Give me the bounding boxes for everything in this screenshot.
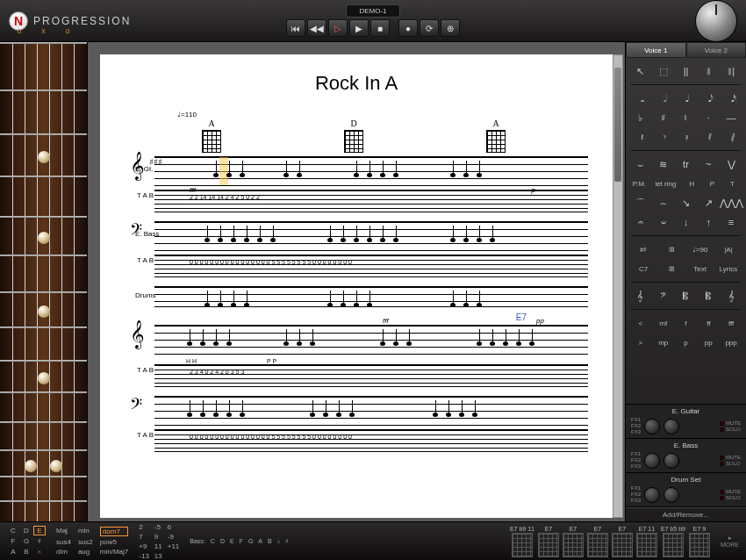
volume-knob[interactable] xyxy=(664,487,679,503)
root-note-button[interactable]: ♭ xyxy=(33,547,46,556)
palette-symbol-button[interactable]: 𝄡 xyxy=(699,288,717,304)
notation-staff[interactable]: 𝄞 fff pp xyxy=(154,325,588,355)
palette-symbol-button[interactable]: ♭ xyxy=(632,110,649,126)
palette-symbol-button[interactable]: 𝄞 xyxy=(722,288,740,304)
fx-slot[interactable]: FX1 xyxy=(631,451,641,457)
chord-voicing-button[interactable]: E7 xyxy=(612,526,633,557)
tension-button[interactable]: 6 xyxy=(168,523,180,531)
fx-slot[interactable]: FX2 xyxy=(631,492,641,498)
palette-symbol-button[interactable]: Lyrics xyxy=(720,261,737,276)
loop-button[interactable]: ⟳ xyxy=(420,19,439,37)
palette-symbol-button[interactable]: fff xyxy=(722,315,740,331)
fx-slot[interactable]: FX1 xyxy=(631,417,641,423)
chord-quality-button[interactable]: sus2 xyxy=(78,538,93,546)
chord-quality-button[interactable]: Maj xyxy=(56,527,71,536)
pan-knob[interactable] xyxy=(644,419,660,434)
chord-quality-button[interactable]: aug xyxy=(78,548,93,556)
tab-staff[interactable]: T A B 2 2 14 14 14 2 4 2 5 0 2 2 xyxy=(154,190,588,212)
chord-voicing-button[interactable]: E7 b5 b9 xyxy=(661,526,685,557)
palette-symbol-button[interactable]: ↘ xyxy=(677,195,694,211)
palette-symbol-button[interactable]: < xyxy=(632,315,649,331)
bass-note-button[interactable]: G xyxy=(248,538,253,545)
pan-knob[interactable] xyxy=(644,453,660,469)
fx-slot[interactable]: FX2 xyxy=(631,457,641,463)
bass-note-button[interactable]: E xyxy=(230,538,234,545)
root-note-button[interactable]: A xyxy=(7,547,19,556)
palette-symbol-button[interactable]: 𝅁 xyxy=(722,129,740,145)
chord-voicing-button[interactable]: E7 xyxy=(587,526,608,557)
bass-note-button[interactable]: D xyxy=(220,538,225,545)
tension-button[interactable]: -9 xyxy=(168,533,180,541)
palette-symbol-button[interactable]: mf xyxy=(655,315,672,331)
root-note-button[interactable]: B xyxy=(20,547,32,556)
add-remove-button[interactable]: Add/Remove... xyxy=(626,507,746,521)
record-button[interactable]: ● xyxy=(398,19,418,37)
palette-symbol-button[interactable]: || xyxy=(677,63,694,79)
scroll-thumb[interactable] xyxy=(614,68,621,182)
palette-symbol-button[interactable]: ⋀⋀⋀ xyxy=(722,195,740,211)
palette-symbol-button[interactable]: tr xyxy=(677,156,694,172)
solo-button[interactable]: SOLO xyxy=(720,427,741,432)
palette-symbol-button[interactable]: ↓ xyxy=(677,214,694,230)
bass-note-button[interactable]: ♭ xyxy=(277,538,280,545)
chord-quality-button[interactable]: pow5 xyxy=(100,538,128,546)
chord-voicing-button[interactable]: E7 b9 11 xyxy=(510,526,534,557)
palette-symbol-button[interactable]: 𝅝 xyxy=(632,90,649,106)
bass-note-button[interactable]: C xyxy=(211,538,215,545)
chord-quality-button[interactable]: min/Maj7 xyxy=(100,548,128,556)
play-from-start-button[interactable]: ▷ xyxy=(328,19,348,37)
palette-symbol-button[interactable]: ⬚ xyxy=(655,63,672,79)
tension-button[interactable]: 7 xyxy=(139,533,149,541)
palette-symbol-button[interactable]: 𝅘𝅥 xyxy=(677,90,694,106)
palette-symbol-button[interactable]: 𝄢 xyxy=(655,288,672,304)
palette-symbol-button[interactable]: Text xyxy=(692,261,709,276)
play-button[interactable]: ▶ xyxy=(349,19,369,37)
notation-staff[interactable]: 𝄢 xyxy=(154,396,588,426)
palette-symbol-button[interactable]: ≋ xyxy=(655,156,672,172)
palette-symbol-button[interactable]: 𝅘𝅥𝅮 xyxy=(699,90,717,106)
palette-symbol-button[interactable]: · xyxy=(699,110,717,126)
stop-button[interactable]: ■ xyxy=(370,19,390,37)
palette-symbol-button[interactable]: > xyxy=(632,334,649,350)
tension-button[interactable]: 9 xyxy=(154,533,162,541)
palette-symbol-button[interactable]: ⊞ xyxy=(663,241,680,257)
metronome-button[interactable]: ⊕ xyxy=(441,19,460,37)
chord-voicing-button[interactable]: E7 11 xyxy=(636,526,657,557)
fast-rewind-button[interactable]: ◀◀ xyxy=(307,19,326,37)
palette-symbol-button[interactable]: ≡ xyxy=(722,214,740,230)
palette-symbol-button[interactable]: ppp xyxy=(722,334,740,350)
tab-staff[interactable]: T A B 0 0 0 0 0 0 0 0 0 0 0 0 0 0 0 0 5 … xyxy=(154,429,588,452)
tension-button[interactable]: +11 xyxy=(168,542,180,550)
palette-symbol-button[interactable]: 𝅘𝅥𝅯 xyxy=(722,90,740,106)
chord-voicing-button[interactable]: E7 xyxy=(538,526,559,557)
vertical-scrollbar[interactable] xyxy=(613,54,623,518)
palette-symbol-button[interactable]: 𝅗𝅥 xyxy=(655,90,672,106)
palette-symbol-button[interactable]: pp xyxy=(699,334,717,350)
root-note-button[interactable]: G xyxy=(20,536,32,546)
chord-voicing-button[interactable]: E7 9 xyxy=(689,526,710,557)
palette-symbol-button[interactable]: ~ xyxy=(699,156,717,172)
palette-symbol-button[interactable]: 𝄾 xyxy=(655,129,672,145)
palette-symbol-button[interactable]: ♯ xyxy=(655,110,672,126)
chord-voicing-button[interactable]: E7 xyxy=(563,526,584,557)
palette-symbol-button[interactable]: ↗ xyxy=(699,195,717,211)
tab-staff[interactable]: T A B 2 3 4 0 2 4 2 0 3 5 3 xyxy=(154,364,588,387)
palette-symbol-button[interactable]: ⦀ xyxy=(699,63,717,79)
palette-symbol-button[interactable]: 𝄿 xyxy=(677,129,694,145)
bass-note-button[interactable]: F xyxy=(240,538,243,545)
palette-symbol-button[interactable]: — xyxy=(722,110,740,126)
tension-button[interactable]: +9 xyxy=(139,542,149,550)
fx-slot[interactable]: FX1 xyxy=(631,485,641,492)
fx-slot[interactable]: FX3 xyxy=(631,463,641,470)
hammer-on-button[interactable]: H xyxy=(684,176,700,191)
mute-button[interactable]: MUTE xyxy=(720,455,741,460)
palette-symbol-button[interactable]: 𝄽 xyxy=(632,129,649,145)
volume-knob[interactable] xyxy=(695,0,737,42)
score-page[interactable]: Rock In A ♩=110 A D A E. Gt. 𝄞 ♯♯♯ fff xyxy=(100,54,613,518)
root-note-button[interactable]: F xyxy=(7,536,19,546)
palette-symbol-button[interactable]: #♯ xyxy=(635,241,652,257)
palette-symbol-button[interactable]: 𝄐 xyxy=(632,214,649,230)
chord-quality-button[interactable]: dim xyxy=(56,548,71,556)
root-note-button[interactable]: D xyxy=(20,526,32,535)
palette-symbol-button[interactable]: ⦀| xyxy=(722,63,740,79)
